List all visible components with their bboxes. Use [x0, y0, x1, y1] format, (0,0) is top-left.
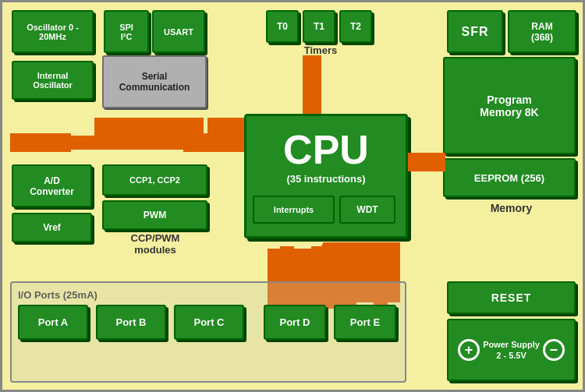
port-a-block: Port A	[18, 305, 88, 340]
main-board: Oscillator 0 - 20MHz InternalOscillator …	[0, 0, 585, 392]
minus-terminal: −	[543, 339, 565, 361]
t2-label: T2	[350, 21, 361, 32]
t0-block: T0	[266, 10, 299, 43]
plus-terminal: +	[458, 339, 480, 361]
oscillator-block: Oscillator 0 - 20MHz	[12, 10, 94, 53]
arrow-cpu-memory	[408, 153, 445, 171]
interrupts-label: Interrupts	[274, 205, 314, 214]
timers-label: Timers	[266, 44, 375, 56]
port-a-label: Port A	[38, 316, 69, 328]
memory-label: Memory	[447, 202, 576, 214]
power-supply-block: + Power Supply2 - 5.5V −	[447, 319, 576, 381]
wdt-label: WDT	[356, 204, 378, 215]
ccp-label: CCP1, CCP2	[129, 175, 180, 185]
internal-oscillator-label: InternalOscillator	[33, 71, 73, 90]
port-c-label: Port C	[194, 316, 225, 328]
vref-label: Vref	[43, 222, 61, 233]
usart-block: USART	[152, 10, 205, 53]
ccp-block: CCP1, CCP2	[102, 164, 207, 196]
ad-label: A/DConverter	[30, 175, 74, 197]
t1-block: T1	[303, 10, 335, 43]
program-memory-label: ProgramMemory 8K	[480, 94, 538, 118]
port-d-label: Port D	[280, 316, 310, 328]
wdt-block: WDT	[339, 196, 395, 224]
ram-label: RAM(368)	[531, 21, 553, 43]
pwm-block: PWM	[102, 200, 207, 230]
usart-label: USART	[164, 27, 193, 37]
power-supply-label: Power Supply2 - 5.5V	[483, 339, 540, 362]
ad-converter-block: A/DConverter	[12, 164, 92, 207]
ccp-pwm-label: CCP/PWMmodules	[102, 232, 208, 256]
oscillator-label: Oscillator 0 - 20MHz	[13, 23, 92, 41]
arrow-ad-cpu	[10, 133, 244, 152]
vref-block: Vref	[12, 213, 92, 242]
arrow-timers-cpu	[303, 55, 321, 114]
serial-comm-block: SerialCommunication	[102, 55, 207, 108]
t1-label: T1	[314, 21, 324, 32]
reset-block: RESET	[447, 281, 576, 314]
eeprom-label: EEPROM (256)	[474, 172, 544, 184]
spi-i2c-block: SPII²C	[104, 10, 149, 53]
sfr-block: SFR	[447, 10, 503, 53]
port-c-block: Port C	[174, 305, 244, 340]
port-d-block: Port D	[264, 305, 326, 340]
eeprom-block: EEPROM (256)	[443, 158, 576, 197]
cpu-block: CPU (35 instructions) Interrupts WDT	[244, 114, 408, 238]
serial-comm-label: SerialCommunication	[119, 71, 190, 93]
pwm-label: PWM	[144, 210, 166, 221]
cpu-subtitle: (35 instructions)	[286, 173, 365, 185]
port-b-label: Port B	[116, 316, 147, 328]
program-memory-block: ProgramMemory 8K	[443, 57, 576, 154]
t0-label: T0	[277, 21, 288, 32]
port-b-block: Port B	[96, 305, 166, 340]
t2-block: T2	[339, 10, 372, 43]
internal-oscillator-block: InternalOscillator	[12, 61, 94, 100]
port-e-label: Port E	[350, 316, 380, 328]
ram-block: RAM(368)	[508, 10, 576, 53]
reset-label: RESET	[491, 291, 532, 304]
port-e-block: Port E	[334, 305, 396, 340]
spi-i2c-label: SPII²C	[119, 23, 133, 41]
cpu-title: CPU	[283, 129, 369, 170]
sfr-label: SFR	[462, 25, 489, 39]
interrupts-block: Interrupts	[253, 196, 335, 224]
